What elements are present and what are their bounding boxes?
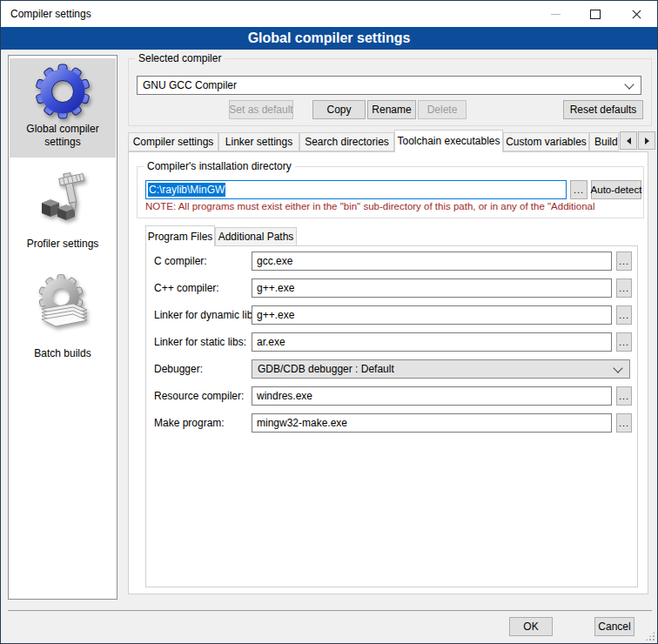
cpp-compiler-input[interactable] [252,278,612,298]
linker-dynamic-browse-button[interactable]: ... [616,305,632,325]
minimize-icon [551,14,561,15]
linker-dynamic-input[interactable] [252,305,612,325]
linker-dynamic-label: Linker for dynamic libs: [154,309,261,321]
tab-toolchain-executables[interactable]: Toolchain executables [394,130,503,152]
arrow-right-icon [645,138,649,144]
cpp-compiler-browse-button[interactable]: ... [616,278,632,298]
compiler-settings-dialog: Compiler settings Global compiler settin… [0,0,658,644]
tab-scroll-left-button[interactable] [620,131,637,150]
dialog-banner: Global compiler settings [1,27,657,50]
tab-linker-settings[interactable]: Linker settings [218,132,299,151]
arrow-left-icon [627,138,631,144]
tab-search-directories[interactable]: Search directories [299,132,394,151]
linker-static-label: Linker for static libs: [154,336,246,348]
maximize-icon [590,10,601,19]
install-dir-browse-button[interactable]: ... [570,180,588,199]
tab-build-options[interactable]: Build options [589,132,619,151]
resize-grip[interactable] [645,631,655,641]
make-program-input[interactable] [252,413,612,433]
resource-compiler-input[interactable] [252,386,612,406]
gear-blue-icon [35,64,91,119]
close-button[interactable] [615,1,657,27]
auto-detect-button[interactable]: Auto-detect [591,180,641,199]
compiler-select-value: GNU GCC Compiler [138,79,626,91]
ok-button[interactable]: OK [509,617,553,636]
c-compiler-label: C compiler: [154,255,207,267]
c-compiler-browse-button[interactable]: ... [616,252,632,271]
gear-gray-stack-icon [35,274,91,330]
cancel-button[interactable]: Cancel [594,617,634,636]
selected-compiler-group-label: Selected compiler [135,52,225,64]
footer-separator [8,610,652,611]
debugger-select[interactable]: GDB/CDB debugger : Default [252,359,630,379]
debugger-select-value: GDB/CDB debugger : Default [252,363,614,375]
compiler-select[interactable]: GNU GCC Compiler [137,76,641,95]
linker-static-input[interactable] [252,332,612,352]
tab-compiler-settings[interactable]: Compiler settings [128,132,218,151]
install-dir-input[interactable]: C:\raylib\MinGW [145,180,567,199]
linker-static-browse-button[interactable]: ... [616,332,632,352]
minimize-button[interactable] [535,1,575,27]
cpp-compiler-label: C++ compiler: [154,282,219,294]
reset-defaults-button[interactable]: Reset defaults [563,100,643,119]
subtab-additional-paths[interactable]: Additional Paths [215,227,297,246]
window-title: Compiler settings [10,1,91,27]
make-program-label: Make program: [154,417,225,429]
close-icon [631,9,642,20]
tab-scroll-right-button[interactable] [638,131,655,150]
copy-button[interactable]: Copy [312,100,366,119]
caliper-icon [35,171,91,227]
resource-compiler-label: Resource compiler: [154,390,244,402]
sidebar-item-profiler-settings-label: Profiler settings [10,238,116,251]
c-compiler-input[interactable] [252,252,612,271]
debugger-label: Debugger: [154,363,203,375]
install-dir-note: NOTE: All programs must exist either in … [145,201,640,214]
set-as-default-button: Set as default [229,100,293,119]
subtab-program-files[interactable]: Program Files [145,225,215,246]
install-dir-selected-text: C:\raylib\MinGW [148,183,225,197]
resource-compiler-browse-button[interactable]: ... [616,386,632,406]
tab-custom-variables[interactable]: Custom variables [503,132,589,151]
delete-button: Delete [418,100,467,119]
chevron-down-icon [613,363,622,372]
sidebar-item-batch-builds-label: Batch builds [10,347,116,360]
install-dir-group-label: Compiler's installation directory [144,160,295,172]
chevron-down-icon [624,79,634,89]
make-program-browse-button[interactable]: ... [616,413,632,433]
maximize-button[interactable] [575,1,615,27]
sidebar-item-global-compiler-settings-label: Global compiler settings [10,123,116,149]
rename-button[interactable]: Rename [367,100,416,119]
